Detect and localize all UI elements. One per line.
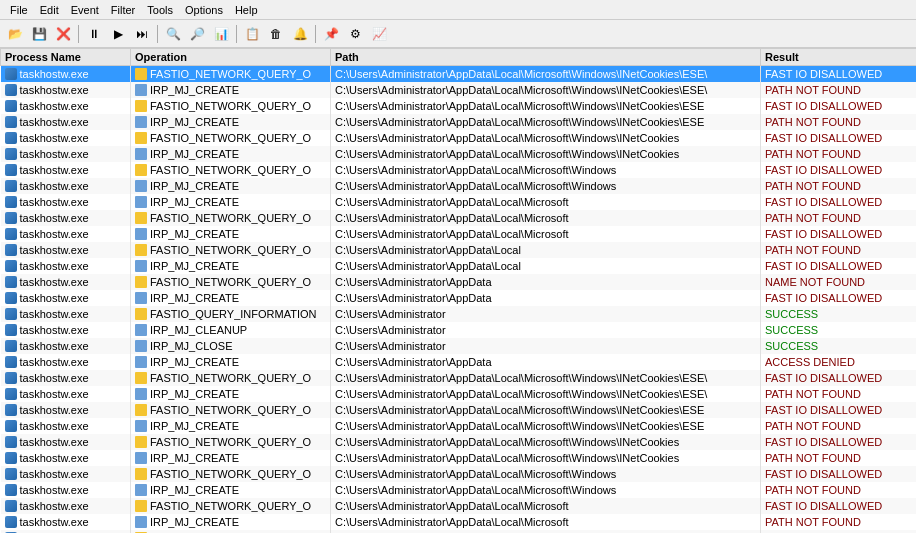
cell-path: C:\Users\Administrator\AppData\Local\Mic… [331, 434, 761, 450]
col-header-path[interactable]: Path [331, 49, 761, 66]
table-container[interactable]: Process Name Operation Path Result taskh… [0, 48, 916, 533]
toolbar-btn-12[interactable]: 📌 [320, 23, 342, 45]
process-icon [5, 516, 17, 528]
cell-operation: IRP_MJ_CREATE [131, 178, 331, 194]
menu-file[interactable]: File [4, 3, 34, 17]
table-row[interactable]: taskhostw.exe FASTIO_NETWORK_QUERY_O C:\… [1, 498, 917, 514]
toolbar-btn-6[interactable]: 🔍 [162, 23, 184, 45]
toolbar-btn-3[interactable]: ⏸ [83, 23, 105, 45]
menu-filter[interactable]: Filter [105, 3, 141, 17]
menu-help[interactable]: Help [229, 3, 264, 17]
process-icon [5, 116, 17, 128]
menu-tools[interactable]: Tools [141, 3, 179, 17]
toolbar-btn-8[interactable]: 📊 [210, 23, 232, 45]
table-row[interactable]: taskhostw.exe IRP_MJ_CLOSE C:\Users\Admi… [1, 338, 917, 354]
col-header-process[interactable]: Process Name [1, 49, 131, 66]
irp-icon [135, 292, 147, 304]
table-row[interactable]: taskhostw.exe FASTIO_NETWORK_QUERY_O C:\… [1, 242, 917, 258]
table-row[interactable]: taskhostw.exe FASTIO_NETWORK_QUERY_O C:\… [1, 162, 917, 178]
table-row[interactable]: taskhostw.exe FASTIO_NETWORK_QUERY_O C:\… [1, 530, 917, 534]
toolbar-btn-0[interactable]: 📂 [4, 23, 26, 45]
cell-result: FAST IO DISALLOWED [761, 498, 917, 514]
cell-operation: IRP_MJ_CREATE [131, 258, 331, 274]
cell-result: PATH NOT FOUND [761, 418, 917, 434]
table-row[interactable]: taskhostw.exe FASTIO_NETWORK_QUERY_O C:\… [1, 466, 917, 482]
cell-operation: FASTIO_NETWORK_QUERY_O [131, 130, 331, 146]
cell-operation: FASTIO_NETWORK_QUERY_O [131, 162, 331, 178]
cell-result: FAST IO DISALLOWED [761, 130, 917, 146]
table-row[interactable]: taskhostw.exe IRP_MJ_CREATE C:\Users\Adm… [1, 82, 917, 98]
cell-process: taskhostw.exe [1, 146, 131, 162]
table-row[interactable]: taskhostw.exe IRP_MJ_CREATE C:\Users\Adm… [1, 386, 917, 402]
table-row[interactable]: taskhostw.exe IRP_MJ_CREATE C:\Users\Adm… [1, 450, 917, 466]
toolbar-btn-5[interactable]: ⏭ [131, 23, 153, 45]
irp-icon [135, 516, 147, 528]
menu-event[interactable]: Event [65, 3, 105, 17]
toolbar-separator [78, 25, 79, 43]
cell-result: PATH NOT FOUND [761, 114, 917, 130]
cell-result: PATH NOT FOUND [761, 514, 917, 530]
table-row[interactable]: taskhostw.exe IRP_MJ_CREATE C:\Users\Adm… [1, 226, 917, 242]
table-row[interactable]: taskhostw.exe IRP_MJ_CREATE C:\Users\Adm… [1, 418, 917, 434]
table-row[interactable]: taskhostw.exe FASTIO_QUERY_INFORMATION C… [1, 306, 917, 322]
table-row[interactable]: taskhostw.exe IRP_MJ_CLEANUP C:\Users\Ad… [1, 322, 917, 338]
process-icon [5, 372, 17, 384]
cell-process: taskhostw.exe [1, 178, 131, 194]
table-row[interactable]: taskhostw.exe FASTIO_NETWORK_QUERY_O C:\… [1, 210, 917, 226]
table-row[interactable]: taskhostw.exe IRP_MJ_CREATE C:\Users\Adm… [1, 178, 917, 194]
irp-icon [135, 148, 147, 160]
cell-path: C:\Users\Administrator\AppData\Local\Mic… [331, 210, 761, 226]
cell-operation: IRP_MJ_CREATE [131, 194, 331, 210]
cell-path: C:\Users\Administrator [331, 322, 761, 338]
process-icon [5, 260, 17, 272]
toolbar-btn-13[interactable]: ⚙ [344, 23, 366, 45]
cell-path: C:\Users\Administrator\AppData\Local\Mic… [331, 194, 761, 210]
col-header-result[interactable]: Result [761, 49, 917, 66]
fastio-icon [135, 468, 147, 480]
menu-edit[interactable]: Edit [34, 3, 65, 17]
table-row[interactable]: taskhostw.exe IRP_MJ_CREATE C:\Users\Adm… [1, 482, 917, 498]
table-row[interactable]: taskhostw.exe FASTIO_NETWORK_QUERY_O C:\… [1, 274, 917, 290]
cell-process: taskhostw.exe [1, 450, 131, 466]
col-header-operation[interactable]: Operation [131, 49, 331, 66]
toolbar-btn-1[interactable]: 💾 [28, 23, 50, 45]
process-icon [5, 148, 17, 160]
cell-process: taskhostw.exe [1, 82, 131, 98]
process-icon [5, 340, 17, 352]
fastio-icon [135, 500, 147, 512]
toolbar-btn-14[interactable]: 📈 [368, 23, 390, 45]
process-icon [5, 84, 17, 96]
cell-result: ACCESS DENIED [761, 354, 917, 370]
table-row[interactable]: taskhostw.exe IRP_MJ_CREATE C:\Users\Adm… [1, 114, 917, 130]
cell-result: PATH NOT FOUND [761, 82, 917, 98]
table-row[interactable]: taskhostw.exe FASTIO_NETWORK_QUERY_O C:\… [1, 98, 917, 114]
table-row[interactable]: taskhostw.exe IRP_MJ_CREATE C:\Users\Adm… [1, 514, 917, 530]
table-row[interactable]: taskhostw.exe IRP_MJ_CREATE C:\Users\Adm… [1, 146, 917, 162]
menu-options[interactable]: Options [179, 3, 229, 17]
table-row[interactable]: taskhostw.exe FASTIO_NETWORK_QUERY_O C:\… [1, 434, 917, 450]
table-row[interactable]: taskhostw.exe FASTIO_NETWORK_QUERY_O C:\… [1, 402, 917, 418]
toolbar-btn-2[interactable]: ❌ [52, 23, 74, 45]
toolbar-btn-9[interactable]: 📋 [241, 23, 263, 45]
table-row[interactable]: taskhostw.exe FASTIO_NETWORK_QUERY_O C:\… [1, 370, 917, 386]
table-row[interactable]: taskhostw.exe IRP_MJ_CREATE C:\Users\Adm… [1, 258, 917, 274]
process-icon [5, 164, 17, 176]
toolbar-btn-4[interactable]: ▶ [107, 23, 129, 45]
table-row[interactable]: taskhostw.exe IRP_MJ_CREATE C:\Users\Adm… [1, 290, 917, 306]
table-row[interactable]: taskhostw.exe IRP_MJ_CREATE C:\Users\Adm… [1, 354, 917, 370]
cell-operation: IRP_MJ_CREATE [131, 114, 331, 130]
irp-icon [135, 228, 147, 240]
cell-path: C:\Users\Administrator\AppData\Local\Mic… [331, 114, 761, 130]
cell-path: C:\Users\Administrator\AppData\Local\Mic… [331, 514, 761, 530]
process-icon [5, 100, 17, 112]
cell-path: C:\Users\Administrator\AppData [331, 354, 761, 370]
cell-path: C:\Users\Administrator\AppData\Local\Mic… [331, 98, 761, 114]
toolbar-btn-10[interactable]: 🗑 [265, 23, 287, 45]
toolbar-btn-11[interactable]: 🔔 [289, 23, 311, 45]
irp-icon [135, 324, 147, 336]
table-row[interactable]: taskhostw.exe FASTIO_NETWORK_QUERY_O C:\… [1, 66, 917, 82]
table-row[interactable]: taskhostw.exe IRP_MJ_CREATE C:\Users\Adm… [1, 194, 917, 210]
toolbar-btn-7[interactable]: 🔎 [186, 23, 208, 45]
table-row[interactable]: taskhostw.exe FASTIO_NETWORK_QUERY_O C:\… [1, 130, 917, 146]
process-icon [5, 68, 17, 80]
